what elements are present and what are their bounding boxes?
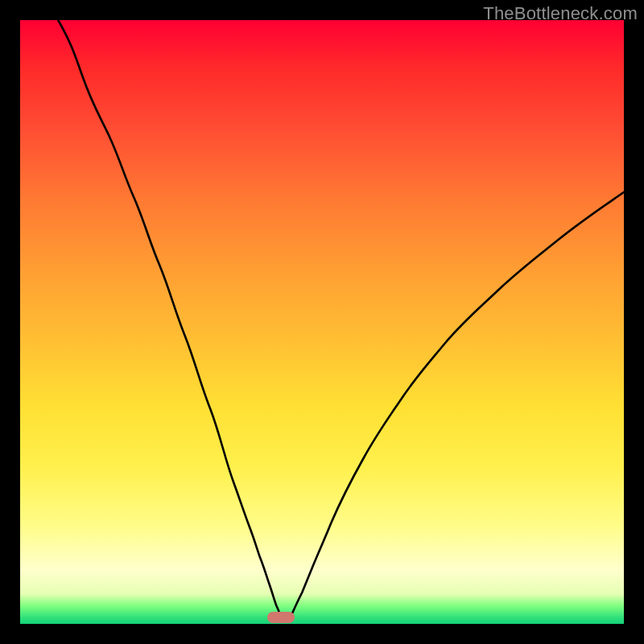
gradient-background — [20, 20, 624, 624]
chart-stage: TheBottleneck.com — [0, 0, 644, 644]
plot-area — [20, 20, 624, 624]
bottleneck-marker — [267, 612, 295, 623]
